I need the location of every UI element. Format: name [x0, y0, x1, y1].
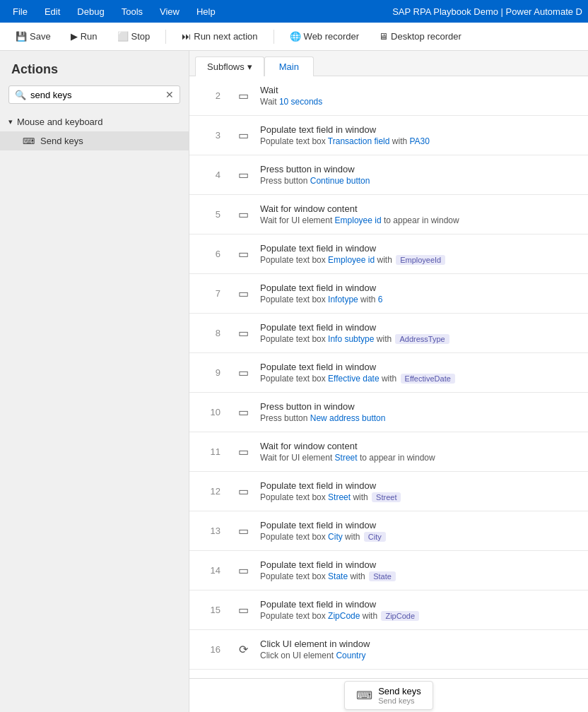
row-desc-link1: City [328, 532, 343, 542]
row-number: 16 [189, 644, 232, 655]
row-desc-mid: with [375, 255, 394, 265]
flow-row-9[interactable]: 9 ▭ Populate text field in window Popula… [189, 353, 588, 393]
row-content: Wait Wait 10 seconds [254, 85, 588, 107]
flow-row-5[interactable]: 5 ▭ Wait for window content Wait for UI … [189, 195, 588, 235]
row-number: 3 [189, 130, 232, 141]
row-number: 13 [189, 526, 232, 536]
run-button[interactable]: ▶ Run [64, 28, 105, 44]
flow-row-15[interactable]: 15 ▭ Populate text field in window Popul… [189, 591, 588, 630]
row-desc-link2: 6 [378, 295, 383, 304]
menu-debug[interactable]: Debug [70, 4, 111, 20]
stop-label: Stop [131, 31, 151, 42]
flow-row-11[interactable]: 11 ▭ Wait for window content Wait for UI… [189, 432, 588, 472]
flow-row-7[interactable]: 7 ▭ Populate text field in window Popula… [189, 274, 588, 314]
row-content: Wait for window content Wait for UI elem… [254, 441, 588, 463]
row-number: 8 [189, 328, 232, 338]
row-desc-link1: Transaction field [328, 136, 390, 146]
toolbar-separator [165, 30, 166, 44]
row-desc-mid: with [343, 532, 363, 542]
search-clear-icon[interactable]: ✕ [165, 89, 174, 100]
row-title: Populate text field in window [260, 283, 582, 293]
flow-row-8[interactable]: 8 ▭ Populate text field in window Popula… [189, 314, 588, 353]
tab-subflows[interactable]: Subflows ▾ [195, 57, 264, 76]
row-desc-link1: Effective date [328, 374, 380, 384]
flow-content: 2 ▭ Wait Wait 10 seconds 3 ▭ Populate te… [189, 76, 588, 678]
row-type-icon: ▭ [232, 603, 254, 617]
flow-row-13[interactable]: 13 ▭ Populate text field in window Popul… [189, 511, 588, 551]
row-desc-mid: with [351, 492, 370, 502]
save-button[interactable]: 💾 Save [8, 28, 58, 44]
desktop-recorder-label: Desktop recorder [391, 31, 461, 42]
row-desc-link1: Infotype [328, 295, 358, 304]
row-desc: Press button Continue button [260, 176, 582, 186]
row-desc-prefix: Populate text box [260, 571, 328, 581]
search-input[interactable] [30, 90, 165, 100]
row-title: Populate text field in window [260, 599, 582, 610]
row-title: Populate text field in window [260, 322, 582, 333]
bottom-bar: ⌨ Send keys Send keys [189, 678, 588, 712]
flow-row-14[interactable]: 14 ▭ Populate text field in window Popul… [189, 551, 588, 591]
flow-row-4[interactable]: 4 ▭ Press button in window Press button … [189, 155, 588, 195]
row-type-icon: ▭ [232, 129, 254, 142]
row-content: Press button in window Press button New … [254, 401, 588, 423]
row-desc-prefix: Populate text box [260, 492, 328, 502]
flow-row-6[interactable]: 6 ▭ Populate text field in window Popula… [189, 235, 588, 274]
menu-edit[interactable]: Edit [37, 4, 67, 20]
sidebar-category-label: Mouse and keyboard [17, 117, 102, 127]
row-desc-mid: with [348, 571, 368, 581]
row-title: Wait for window content [260, 203, 582, 214]
desktop-recorder-button[interactable]: 🖥 Desktop recorder [372, 28, 469, 44]
row-desc-link1: Street [335, 453, 358, 463]
sidebar-category-mouse-keyboard[interactable]: ▾ Mouse and keyboard [0, 112, 189, 131]
subflows-label: Subflows [207, 61, 245, 72]
tab-main[interactable]: Main [264, 57, 314, 76]
row-content: Populate text field in window Populate t… [254, 243, 588, 265]
sidebar-item-label: Send keys [40, 136, 83, 146]
flow-row-16[interactable]: 16 ⟳ Click UI element in window Click on… [189, 630, 588, 670]
row-desc: Populate text box Transaction field with… [260, 136, 582, 146]
tooltip-title: Send keys [378, 686, 421, 696]
flow-row-12[interactable]: 12 ▭ Populate text field in window Popul… [189, 472, 588, 511]
menu-file[interactable]: File [6, 4, 35, 20]
menu-tools[interactable]: Tools [114, 4, 150, 20]
row-title: Populate text field in window [260, 520, 582, 530]
sidebar-title: Actions [0, 51, 189, 85]
row-badge: EffectiveDate [401, 374, 455, 384]
row-desc: Populate text box ZipCode with ZipCode [260, 611, 582, 621]
row-content: Wait for window content Wait for UI elem… [254, 203, 588, 225]
menu-help[interactable]: Help [189, 4, 223, 20]
flow-row-2[interactable]: 2 ▭ Wait Wait 10 seconds [189, 76, 588, 116]
row-desc-mid: with [380, 374, 399, 384]
row-content: Press button in window Press button Cont… [254, 164, 588, 186]
row-title: Click UI element in window [260, 639, 582, 649]
run-next-button[interactable]: ⏭ Run next action [175, 28, 264, 44]
sidebar-item-send-keys[interactable]: ⌨ Send keys [0, 131, 189, 150]
tabs: Subflows ▾ Main [189, 51, 588, 76]
row-number: 6 [189, 249, 232, 259]
tooltip-keyboard-icon: ⌨ [356, 689, 372, 702]
chevron-down-icon: ▾ [8, 117, 13, 126]
search-box: 🔍 ✕ [8, 85, 180, 104]
row-title: Wait for window content [260, 441, 582, 451]
row-type-icon: ▭ [232, 366, 254, 379]
row-content: Populate text field in window Populate t… [254, 322, 588, 344]
stop-button[interactable]: ⬜ Stop [110, 28, 158, 44]
row-number: 14 [189, 565, 232, 576]
row-content: Populate text field in window Populate t… [254, 283, 588, 304]
tooltip-content: Send keys Send keys [378, 686, 421, 705]
row-desc-prefix: Wait for UI element [260, 453, 335, 463]
row-type-icon: ▭ [232, 168, 254, 182]
menu-view[interactable]: View [153, 4, 187, 20]
row-desc-prefix: Populate text box [260, 532, 328, 542]
row-badge: State [369, 571, 396, 581]
row-desc-mid: with [389, 136, 409, 146]
row-type-icon: ▭ [232, 287, 254, 300]
row-title: Press button in window [260, 164, 582, 174]
flow-row-10[interactable]: 10 ▭ Press button in window Press button… [189, 393, 588, 432]
row-number: 2 [189, 90, 232, 101]
app-title: SAP RPA Playbook Demo | Power Automate D [392, 6, 582, 17]
row-desc: Populate text box Infotype with 6 [260, 295, 582, 304]
flow-row-3[interactable]: 3 ▭ Populate text field in window Popula… [189, 116, 588, 155]
content-area: Subflows ▾ Main 2 ▭ Wait Wait 10 seconds… [189, 51, 588, 712]
web-recorder-button[interactable]: 🌐 Web recorder [283, 28, 367, 44]
